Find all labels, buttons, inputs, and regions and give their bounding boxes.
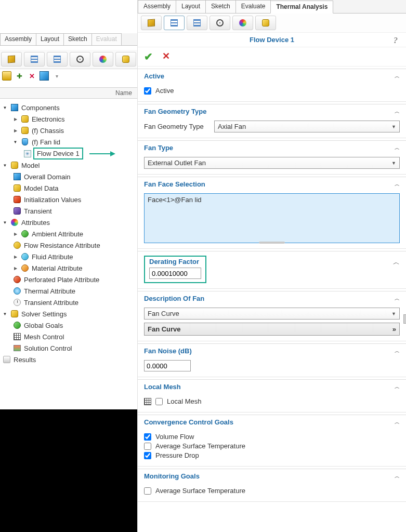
chassis-icon: [20, 126, 30, 135]
rtb-last[interactable]: [255, 16, 276, 30]
derating-input[interactable]: [149, 268, 201, 279]
tree-node-initvals[interactable]: Initialization Values: [11, 194, 136, 205]
twisty-icon[interactable]: [2, 220, 8, 225]
ok-button[interactable]: ✔: [144, 50, 153, 63]
tree-node-components[interactable]: Components: [1, 102, 136, 113]
chevron-up-icon: ︿: [395, 419, 400, 426]
mini-tool-3[interactable]: ✕: [27, 71, 36, 81]
section-head-active[interactable]: Active ︿: [138, 69, 406, 83]
left-tab-row: Assembly Layout Sketch Evaluat: [0, 33, 137, 46]
fantype-combo[interactable]: External Outlet Fan ▼: [144, 157, 400, 169]
twisty-icon[interactable]: [12, 128, 18, 134]
left-tab-layout[interactable]: Layout: [36, 33, 64, 45]
tree-node-flowdevice1[interactable]: Flow Device 1: [22, 148, 136, 159]
toolbar-btn-last[interactable]: [115, 52, 136, 66]
toolbar-btn-color[interactable]: [93, 52, 113, 66]
left-tab-assembly[interactable]: Assembly: [0, 33, 36, 45]
tree-node-fanlid[interactable]: (f) Fan lid: [11, 136, 136, 148]
tree-label: Perforated Plate Attribute: [24, 276, 99, 284]
twisty-icon[interactable]: [12, 254, 18, 260]
toolbar-btn-cube[interactable]: [1, 52, 22, 66]
rtb-list[interactable]: [164, 16, 185, 30]
section-head-geom[interactable]: Fan Geometry Type ︿: [138, 104, 406, 118]
twisty-icon[interactable]: [12, 116, 18, 122]
mon-avgsurftemp-checkbox[interactable]: [144, 487, 151, 495]
left-tab-evaluate[interactable]: Evaluat: [91, 33, 122, 45]
tree-node-model[interactable]: Model: [1, 159, 136, 171]
tree-label: Model: [21, 162, 40, 169]
geom-combo[interactable]: Axial Fan ▼: [214, 121, 400, 132]
tree-node-modeldata[interactable]: Model Data: [11, 182, 136, 194]
cancel-button[interactable]: ✕: [162, 50, 170, 63]
tree-node-electronics[interactable]: Electronics: [11, 113, 136, 125]
panel-resize-handle[interactable]: [403, 314, 406, 324]
noise-input[interactable]: [144, 360, 191, 371]
active-checkbox[interactable]: [144, 87, 151, 95]
twisty-icon[interactable]: [2, 311, 8, 317]
section-head-localmesh[interactable]: Local Mesh ︿: [138, 380, 406, 394]
desc-combo[interactable]: Fan Curve ▼: [144, 308, 400, 320]
tree-node-attributes[interactable]: Attributes: [1, 217, 136, 228]
toolbar-btn-target[interactable]: [70, 52, 90, 66]
conv-avgsurftemp-checkbox[interactable]: [144, 443, 151, 450]
twisty-icon[interactable]: [12, 265, 18, 271]
tree-node-meshctrl[interactable]: Mesh Control: [11, 331, 136, 342]
section-title: Description Of Fan: [144, 295, 204, 302]
tree-node-solctrl[interactable]: Solution Control: [11, 342, 136, 354]
panel-title: Flow Device 1: [250, 36, 294, 44]
tree-node-overalldomain[interactable]: Overall Domain: [11, 171, 136, 182]
tree-node-thermal[interactable]: Thermal Attribute: [11, 285, 136, 297]
tree-node-fluidattr[interactable]: Fluid Attribute: [11, 251, 136, 262]
right-tab-thermal[interactable]: Thermal Analysis: [270, 1, 333, 14]
resize-grip-icon[interactable]: [259, 242, 285, 244]
rtb-target[interactable]: [209, 16, 230, 30]
right-tab-evaluate[interactable]: Evaluate: [235, 0, 271, 13]
tree-node-globalgoals[interactable]: Global Goals: [11, 320, 136, 331]
twisty-icon[interactable]: [12, 139, 18, 145]
mesh-icon: [144, 398, 151, 405]
tree-node-ambient[interactable]: Ambient Attribute: [11, 228, 136, 240]
face-selection-item[interactable]: Face<1>@Fan lid: [148, 196, 202, 204]
section-head-derate[interactable]: Derating Factor: [149, 257, 201, 268]
section-head-desc[interactable]: Description Of Fan ︿: [138, 291, 406, 305]
tree-node-material[interactable]: Material Attribute: [11, 262, 136, 274]
rtb-hier[interactable]: [187, 16, 207, 30]
tree-node-chassis[interactable]: (f) Chassis: [11, 125, 136, 136]
tree-node-transattr[interactable]: Transient Attribute: [11, 297, 136, 308]
right-tab-sketch[interactable]: Sketch: [205, 0, 236, 13]
mini-tool-4[interactable]: [40, 71, 49, 81]
tree-label: Initialization Values: [24, 196, 81, 204]
help-icon[interactable]: ?: [394, 36, 398, 45]
section-head-noise[interactable]: Fan Noise (dB) ︿: [138, 344, 406, 358]
mini-tool-1[interactable]: [2, 71, 11, 81]
toolbar-btn-list[interactable]: [24, 52, 45, 66]
right-tab-layout[interactable]: Layout: [176, 0, 206, 13]
tree-node-results[interactable]: Results: [1, 354, 136, 365]
twisty-icon[interactable]: [2, 163, 8, 168]
tree-node-solver[interactable]: Solver Settings: [1, 308, 136, 320]
section-head-face[interactable]: Fan Face Selection ︿: [138, 177, 406, 191]
toolbar-btn-hier[interactable]: [47, 52, 68, 66]
tree-node-perfplate[interactable]: Perforated Plate Attribute: [11, 274, 136, 285]
right-tab-assembly[interactable]: Assembly: [138, 0, 176, 13]
chevron-up-icon: ︿: [395, 383, 400, 391]
face-selection-listbox[interactable]: Face<1>@Fan lid: [144, 193, 400, 243]
left-tab-sketch[interactable]: Sketch: [63, 33, 92, 45]
twisty-icon[interactable]: [2, 105, 8, 111]
section-head-fantype[interactable]: Fan Type ︿: [138, 141, 406, 155]
twisty-icon[interactable]: [12, 231, 18, 237]
conv-pressuredrop-checkbox[interactable]: [144, 452, 151, 459]
fluid-icon: [20, 252, 30, 261]
conv-volumeflow-checkbox[interactable]: [144, 433, 151, 441]
section-head-monitoring[interactable]: Monitoring Goals ︿: [138, 469, 406, 483]
mini-tool-5[interactable]: ▾: [52, 71, 61, 81]
tree-node-flowres[interactable]: Flow Resistance Attribute: [11, 240, 136, 251]
rtb-color[interactable]: [232, 16, 253, 30]
tree-label: (f) Chassis: [32, 127, 64, 135]
fan-curve-link[interactable]: Fan Curve »: [144, 323, 400, 336]
tree-node-transient[interactable]: Transient: [11, 205, 136, 217]
localmesh-checkbox[interactable]: [155, 398, 163, 405]
section-head-convergence[interactable]: Convergence Control Goals ︿: [138, 415, 406, 429]
mini-tool-2[interactable]: [15, 71, 24, 81]
rtb-cube[interactable]: [141, 16, 162, 30]
